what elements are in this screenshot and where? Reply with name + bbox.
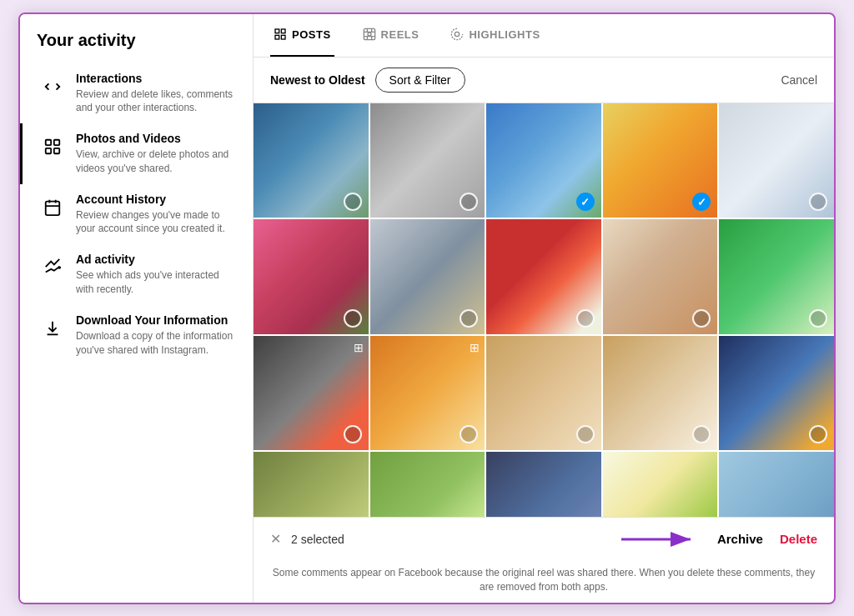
sidebar: Your activity Interactions Review and de… (20, 14, 254, 603)
main-content: POSTS REELS (254, 14, 834, 603)
photo-cell[interactable] (603, 103, 718, 218)
sidebar-item-account-history[interactable]: Account History Review changes you've ma… (20, 184, 253, 245)
photo-grid-container[interactable]: ⊞ ⊞ (254, 103, 834, 517)
ad-activity-label: Ad activity (76, 253, 236, 266)
photo-cell[interactable] (254, 452, 369, 517)
svg-rect-13 (364, 28, 374, 39)
photo-cell[interactable] (486, 336, 601, 451)
account-history-icon (39, 194, 66, 221)
tabs-bar: POSTS REELS (254, 14, 834, 58)
svg-point-14 (368, 33, 371, 36)
photos-videos-label: Photos and Videos (76, 132, 236, 145)
app-container: Your activity Interactions Review and de… (18, 13, 836, 604)
tab-highlights-label: HIGHLIGHTS (469, 28, 540, 41)
photo-cell[interactable] (603, 336, 718, 451)
clear-selection-button[interactable]: ✕ (270, 531, 281, 547)
select-circle[interactable] (460, 309, 478, 328)
sort-label: Newest to Oldest (270, 73, 365, 87)
sidebar-title: Your activity (20, 31, 253, 63)
select-circle[interactable] (344, 309, 362, 328)
sidebar-item-download-info[interactable]: Download Your Information Download a cop… (20, 305, 253, 366)
photo-cell[interactable]: ⊞ (370, 336, 485, 451)
posts-grid-icon (274, 28, 287, 41)
svg-rect-10 (281, 29, 285, 33)
photo-grid: ⊞ ⊞ (254, 103, 834, 517)
cancel-button[interactable]: Cancel (781, 73, 817, 87)
select-circle-selected[interactable] (692, 193, 711, 211)
photo-cell[interactable] (370, 452, 485, 517)
photo-cell[interactable] (719, 452, 834, 517)
tab-reels[interactable]: REELS (359, 14, 423, 57)
sort-filter-button[interactable]: Sort & Filter (375, 68, 465, 93)
account-history-label: Account History (76, 193, 236, 206)
bottom-actions: Archive Delete (617, 528, 817, 551)
photo-cell[interactable] (486, 103, 601, 218)
photo-cell[interactable] (603, 452, 718, 517)
sidebar-item-interactions[interactable]: Interactions Review and delete likes, co… (20, 63, 253, 124)
svg-point-21 (455, 32, 460, 36)
photo-cell[interactable]: ⊞ (254, 336, 369, 451)
sidebar-item-photos-videos[interactable]: Photos and Videos View, archive or delet… (20, 123, 253, 184)
photo-cell[interactable] (603, 219, 718, 334)
select-circle[interactable] (460, 193, 478, 211)
tab-reels-label: REELS (381, 28, 419, 41)
photo-cell[interactable] (254, 103, 369, 218)
svg-rect-12 (281, 35, 285, 39)
photos-videos-desc: View, archive or delete photos and video… (76, 148, 236, 176)
account-history-desc: Review changes you've made to your accou… (76, 208, 236, 237)
filter-bar: Newest to Oldest Sort & Filter Cancel (254, 58, 834, 103)
photo-cell[interactable] (719, 103, 834, 218)
delete-button[interactable]: Delete (780, 532, 817, 546)
sidebar-item-ad-activity[interactable]: Ad activity See which ads you've interac… (20, 244, 253, 305)
archive-button[interactable]: Archive (717, 532, 763, 546)
arrow-svg (617, 528, 701, 551)
svg-rect-4 (46, 201, 60, 214)
select-circle-selected[interactable] (576, 193, 595, 211)
archive-arrow-indicator (617, 528, 701, 551)
reel-icon: ⊞ (470, 341, 480, 354)
svg-rect-0 (46, 140, 51, 145)
download-info-desc: Download a copy of the information you'v… (76, 329, 236, 358)
photo-cell[interactable] (719, 219, 834, 334)
ad-activity-desc: See which ads you've interacted with rec… (76, 268, 236, 297)
download-info-label: Download Your Information (76, 313, 236, 327)
select-circle[interactable] (809, 309, 827, 328)
reels-icon (363, 28, 376, 41)
download-info-icon (39, 315, 66, 342)
svg-rect-3 (54, 148, 59, 153)
footer-note: Some comments appear on Facebook because… (254, 561, 834, 603)
select-circle[interactable] (576, 309, 595, 328)
tab-posts[interactable]: POSTS (270, 14, 334, 57)
ad-activity-icon (39, 254, 66, 281)
selected-count: 2 selected (291, 533, 344, 546)
select-circle[interactable] (809, 425, 827, 443)
select-circle[interactable] (576, 425, 595, 443)
svg-rect-1 (54, 140, 59, 145)
highlights-icon (450, 28, 464, 41)
photo-cell[interactable] (370, 219, 485, 334)
photo-cell[interactable] (486, 452, 601, 517)
interactions-desc: Review and delete likes, comments and yo… (76, 88, 236, 116)
select-circle[interactable] (809, 193, 827, 211)
bottom-bar: ✕ 2 selected Archive Delete (254, 517, 834, 561)
interactions-label: Interactions (76, 72, 236, 85)
svg-point-8 (58, 267, 60, 268)
select-circle[interactable] (344, 193, 362, 211)
interactions-icon (39, 73, 66, 100)
tab-highlights[interactable]: HIGHLIGHTS (447, 14, 543, 57)
select-circle[interactable] (692, 425, 711, 443)
photo-cell[interactable] (370, 103, 485, 218)
photo-cell[interactable] (719, 336, 834, 451)
svg-rect-2 (46, 148, 51, 153)
select-circle[interactable] (344, 425, 362, 443)
photo-cell[interactable] (486, 219, 601, 334)
select-circle[interactable] (460, 425, 478, 443)
tab-posts-label: POSTS (292, 28, 331, 41)
select-circle[interactable] (692, 309, 711, 328)
reel-icon: ⊞ (354, 341, 364, 354)
svg-rect-11 (275, 35, 279, 39)
photo-cell[interactable] (254, 219, 369, 334)
svg-rect-9 (275, 29, 279, 33)
photos-videos-icon (39, 133, 66, 160)
